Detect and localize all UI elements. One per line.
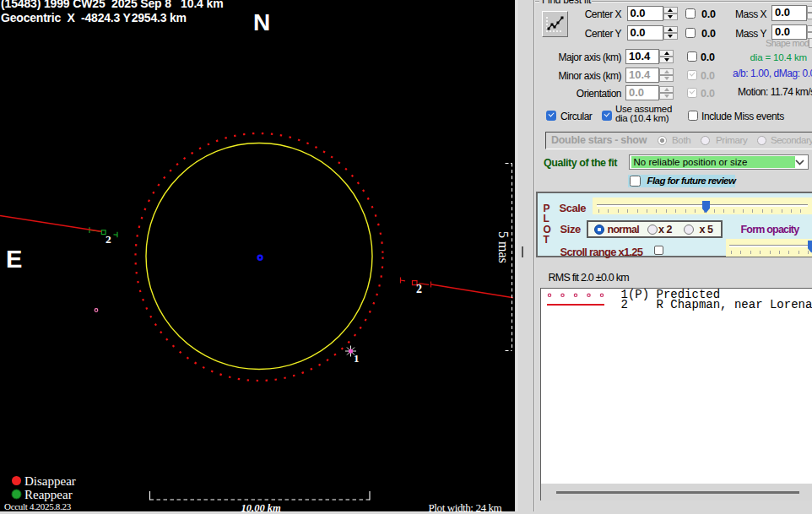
svg-text:2: 2 [416,283,422,295]
svg-text:Disappear: Disappear [24,474,76,488]
svg-text:Geocentric X -4824.3 Y 2954.: Geocentric X -4824.3 Y 2954.3 km [1,11,187,24]
svg-text:1: 1 [354,352,360,365]
svg-text:Occult 4.2025.8.23: Occult 4.2025.8.23 [4,501,72,511]
svg-text:Plot width: 24 km: Plot width: 24 km [429,501,502,512]
svg-text:10.00 km: 10.00 km [241,502,282,511]
svg-text:2: 2 [106,233,111,246]
svg-text:E: E [6,246,22,273]
svg-text:N: N [253,9,270,35]
svg-text:(15483) 1999 CW25 2025 Sep 8: (15483) 1999 CW25 2025 Sep 8 10.4 km [1,0,223,10]
svg-text:5 mas: 5 mas [496,231,511,263]
svg-text:Reappear: Reappear [24,488,73,501]
